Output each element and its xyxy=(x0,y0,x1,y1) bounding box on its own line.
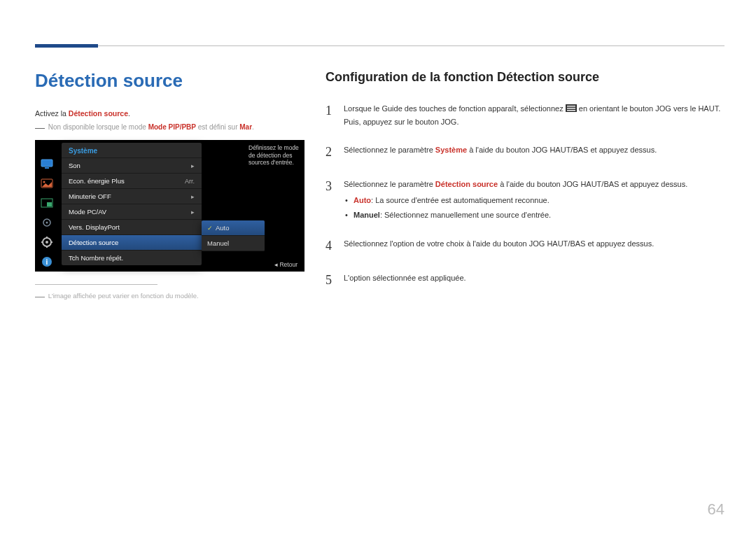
activez-bold: Détection source xyxy=(69,109,128,118)
osd-row: Minuterie OFF▸ xyxy=(62,188,202,204)
osd-row-label: Son xyxy=(69,162,80,169)
osd-submenu-label: Auto xyxy=(216,224,230,232)
activez-post: . xyxy=(128,109,130,118)
osd-row-label: Tch Nombre répét. xyxy=(69,254,123,262)
left-column: Détection source Activez la Détection so… xyxy=(35,70,304,303)
osd-submenu-item: ✓Auto xyxy=(202,220,265,236)
chevron-right-icon: ▸ xyxy=(191,193,195,200)
steps-list: 1Lorsque le Guide des touches de fonctio… xyxy=(326,100,724,290)
step-text: L'option sélectionnée est appliquée. xyxy=(344,272,724,285)
step: 3Sélectionnez le paramètre Détection sou… xyxy=(326,176,724,223)
footnote-text: L'image affichée peut varier en fonction… xyxy=(48,292,199,300)
activez-line: Activez la Détection source. xyxy=(35,109,304,118)
osd-return-label: Retour xyxy=(274,261,298,268)
step-text: Sélectionnez l'option de votre choix à l… xyxy=(344,237,724,251)
svg-rect-19 xyxy=(567,110,575,111)
step-number: 3 xyxy=(326,176,335,223)
osd-row: Econ. énergie PlusArr. xyxy=(62,173,202,188)
osd-row-value: Arr. xyxy=(185,178,195,185)
note-post: . xyxy=(252,123,254,131)
osd-main-panel: Système Son▸Econ. énergie PlusArr.Minute… xyxy=(62,143,202,265)
step-number: 1 xyxy=(326,100,335,129)
svg-rect-17 xyxy=(567,106,575,106)
step: 2Sélectionnez le paramètre Système à l'a… xyxy=(326,141,724,163)
check-icon: ✓ xyxy=(207,225,213,232)
osd-rows: Son▸Econ. énergie PlusArr.Minuterie OFF▸… xyxy=(62,157,202,265)
osd-submenu: ✓AutoManuel xyxy=(202,220,265,251)
note-pre: Non disponible lorsque le mode xyxy=(48,123,148,131)
step-bullets: Auto: La source d'entrée est automatique… xyxy=(344,193,724,223)
svg-point-9 xyxy=(46,241,48,244)
osd-row-label: Vers. DisplayPort xyxy=(69,223,120,231)
top-rule xyxy=(35,45,724,46)
svg-point-3 xyxy=(43,181,46,183)
osd-row: Son▸ xyxy=(62,157,202,173)
osd-row-label: Econ. énergie Plus xyxy=(69,177,125,185)
osd-screenshot: i Système Son▸Econ. énergie PlusArr.Minu… xyxy=(35,140,304,272)
page-number: 64 xyxy=(708,500,724,519)
page-title: Détection source xyxy=(35,70,304,92)
bullet-item: Auto: La source d'entrée est automatique… xyxy=(354,193,724,208)
osd-row-label: Minuterie OFF xyxy=(69,192,111,200)
bullet-item: Manuel: Sélectionnez manuellement une so… xyxy=(354,208,724,223)
chevron-right-icon: ▸ xyxy=(191,209,195,216)
step-body: Sélectionnez le paramètre Détection sour… xyxy=(344,176,724,223)
step: 1Lorsque le Guide des touches de fonctio… xyxy=(326,100,724,129)
section-title: Configuration de la fonction Détection s… xyxy=(326,70,724,85)
svg-rect-1 xyxy=(45,167,49,169)
step-number: 4 xyxy=(326,235,335,257)
right-column: Configuration de la fonction Détection s… xyxy=(326,70,724,303)
osd-row: Tch Nombre répét. xyxy=(62,250,202,265)
osd-icon xyxy=(38,214,55,231)
osd-row-label: Détection source xyxy=(69,239,118,246)
step-text: Sélectionnez le paramètre Détection sour… xyxy=(344,178,724,191)
osd-submenu-item: Manuel xyxy=(202,236,265,251)
step-text: Lorsque le Guide des touches de fonction… xyxy=(344,102,724,129)
osd-row: Mode PC/AV▸ xyxy=(62,204,202,219)
note-bold2: Mar xyxy=(239,123,252,131)
chevron-right-icon: ▸ xyxy=(191,162,195,169)
step-number: 5 xyxy=(326,269,335,291)
menu-icon xyxy=(566,103,577,116)
image-icon xyxy=(38,175,55,192)
svg-point-7 xyxy=(46,222,48,224)
footnote-rule xyxy=(35,284,158,285)
osd-sidebar: i xyxy=(35,140,59,272)
svg-text:i: i xyxy=(46,258,48,266)
svg-rect-5 xyxy=(47,202,52,206)
osd-panel-header: Système xyxy=(62,143,202,157)
gear-icon xyxy=(38,234,55,251)
svg-rect-18 xyxy=(567,108,575,108)
step-text: Sélectionnez le paramètre Système à l'ai… xyxy=(344,143,724,157)
osd-row: Détection source xyxy=(62,234,202,250)
step-body: L'option sélectionnée est appliquée. xyxy=(344,269,724,291)
page-content: Détection source Activez la Détection so… xyxy=(35,70,724,303)
footnote: ― L'image affichée peut varier en foncti… xyxy=(35,290,304,302)
svg-rect-0 xyxy=(41,160,52,167)
osd-row-label: Mode PC/AV xyxy=(69,208,106,216)
activez-pre: Activez la xyxy=(35,109,69,118)
dash-icon: ― xyxy=(35,122,45,133)
dash-icon: ― xyxy=(35,290,45,302)
top-rule-accent xyxy=(35,44,98,48)
monitor-icon xyxy=(38,155,55,172)
osd-info-text: Définissez le mode de détection des sour… xyxy=(248,144,300,167)
step-number: 2 xyxy=(326,141,335,163)
step-body: Sélectionnez l'option de votre choix à l… xyxy=(344,235,724,257)
note-mid: est défini sur xyxy=(196,123,239,131)
step: 4Sélectionnez l'option de votre choix à … xyxy=(326,235,724,257)
osd-row: Vers. DisplayPort xyxy=(62,219,202,234)
step: 5L'option sélectionnée est appliquée. xyxy=(326,269,724,291)
step-body: Lorsque le Guide des touches de fonction… xyxy=(344,100,724,129)
info-icon: i xyxy=(38,253,55,270)
step-body: Sélectionnez le paramètre Système à l'ai… xyxy=(344,141,724,163)
osd-submenu-label: Manuel xyxy=(207,239,229,247)
note-line: ― Non disponible lorsque le mode Mode PI… xyxy=(35,122,304,133)
pip-icon xyxy=(38,195,55,211)
note-bold: Mode PIP/PBP xyxy=(148,123,196,131)
